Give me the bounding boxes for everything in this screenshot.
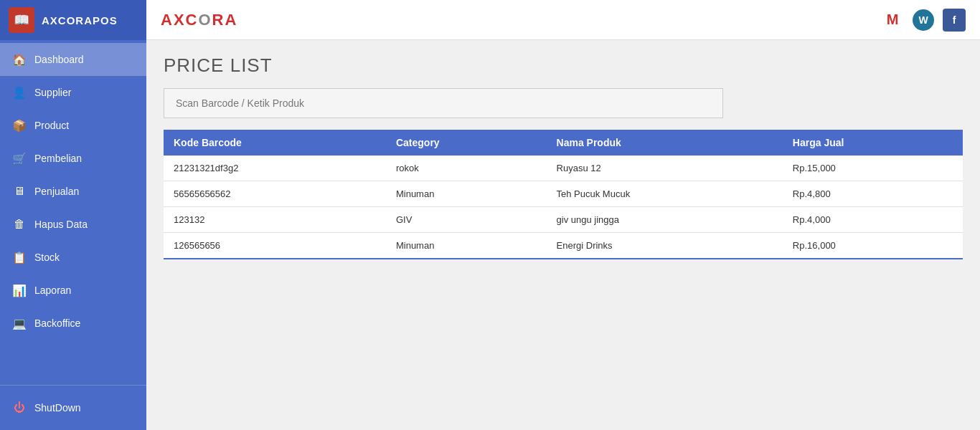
sidebar-item-stock[interactable]: 📋 Stock [0,241,146,274]
dashboard-icon: 🏠 [11,52,27,67]
col-header-harga: Harga Jual [783,130,963,156]
table-header: Kode Barcode Category Nama Produk Harga … [164,130,963,156]
supplier-icon: 👤 [11,85,27,100]
sidebar-item-product[interactable]: 📦 Product [0,109,146,142]
search-input[interactable] [164,88,723,118]
col-header-category: Category [386,130,547,156]
topbar-icons: M W f [881,9,966,32]
sidebar-item-dashboard[interactable]: 🏠 Dashboard [0,43,146,76]
app-logo-icon: 📖 [9,7,34,33]
cell-barcode: 123132 [164,207,386,233]
cell-category: Minuman [386,233,547,259]
cell-category: GIV [386,207,547,233]
stock-icon: 📋 [11,249,27,265]
backoffice-icon: 💻 [11,315,27,331]
sidebar-item-laporan[interactable]: 📊 Laporan [0,274,146,307]
shutdown-label: ShutDown [34,402,81,414]
sidebar-label-pembelian: Pembelian [34,153,82,164]
cell-harga: Rp.4,800 [783,181,963,207]
sidebar: 📖 AXCORAPOS 🏠 Dashboard 👤 Supplier 📦 Pro… [0,0,146,430]
laporan-icon: 📊 [11,282,27,298]
cell-barcode: 56565656562 [164,181,386,207]
cell-nama: giv ungu jingga [547,207,783,233]
cell-harga: Rp.15,000 [783,156,963,181]
sidebar-label-dashboard: Dashboard [34,54,84,65]
sidebar-nav: 🏠 Dashboard 👤 Supplier 📦 Product 🛒 Pembe… [0,40,146,385]
cell-barcode: 21231321df3g2 [164,156,386,181]
hapus-data-icon: 🗑 [11,216,27,232]
product-icon: 📦 [11,118,27,133]
cell-nama: Ruyasu 12 [547,156,783,181]
cell-nama: Teh Pucuk Mucuk [547,181,783,207]
shutdown-icon: ⏻ [11,400,27,416]
shutdown-button[interactable]: ⏻ ShutDown [11,394,135,421]
table-row: 126565656 Minuman Energi Drinks Rp.16,00… [164,233,963,259]
sidebar-label-penjualan: Penjualan [34,186,79,197]
topbar: AXCORA M W f [146,0,980,40]
table-row: 21231321df3g2 rokok Ruyasu 12 Rp.15,000 [164,156,963,181]
sidebar-header: 📖 AXCORAPOS [0,0,146,40]
sidebar-label-backoffice: Backoffice [34,317,80,329]
col-header-barcode: Kode Barcode [164,130,386,156]
page-title: PRICE LIST [164,54,963,77]
table-row: 123132 GIV giv ungu jingga Rp.4,000 [164,207,963,233]
table-row: 56565656562 Minuman Teh Pucuk Mucuk Rp.4… [164,181,963,207]
sidebar-label-laporan: Laporan [34,285,71,296]
price-list-table: Kode Barcode Category Nama Produk Harga … [164,130,963,259]
sidebar-item-backoffice[interactable]: 💻 Backoffice [0,307,146,340]
pembelian-icon: 🛒 [11,150,27,166]
cell-nama: Energi Drinks [547,233,783,259]
sidebar-footer: ⏻ ShutDown [0,385,146,430]
facebook-icon[interactable]: f [943,9,966,32]
cell-barcode: 126565656 [164,233,386,259]
sidebar-item-supplier[interactable]: 👤 Supplier [0,76,146,109]
sidebar-label-product: Product [34,120,69,131]
app-title: AXCORAPOS [42,14,118,27]
cell-category: Minuman [386,181,547,207]
gmail-icon[interactable]: M [881,9,904,32]
search-bar [164,88,723,118]
sidebar-label-stock: Stock [34,252,60,263]
sidebar-label-hapus-data: Hapus Data [34,219,88,230]
cell-harga: Rp.16,000 [783,233,963,259]
main-content: AXCORA M W f PRICE LIST Kode Barcode Cat… [146,0,980,430]
sidebar-item-penjualan[interactable]: 🖥 Penjualan [0,175,146,208]
cell-category: rokok [386,156,547,181]
wordpress-icon[interactable]: W [913,9,934,31]
cell-harga: Rp.4,000 [783,207,963,233]
table-body: 21231321df3g2 rokok Ruyasu 12 Rp.15,000 … [164,156,963,259]
col-header-nama: Nama Produk [547,130,783,156]
sidebar-item-hapus-data[interactable]: 🗑 Hapus Data [0,208,146,241]
page-content: PRICE LIST Kode Barcode Category Nama Pr… [146,40,980,430]
brand-logo: AXCORA [161,11,237,29]
sidebar-label-supplier: Supplier [34,87,71,98]
penjualan-icon: 🖥 [11,183,27,199]
sidebar-item-pembelian[interactable]: 🛒 Pembelian [0,142,146,175]
